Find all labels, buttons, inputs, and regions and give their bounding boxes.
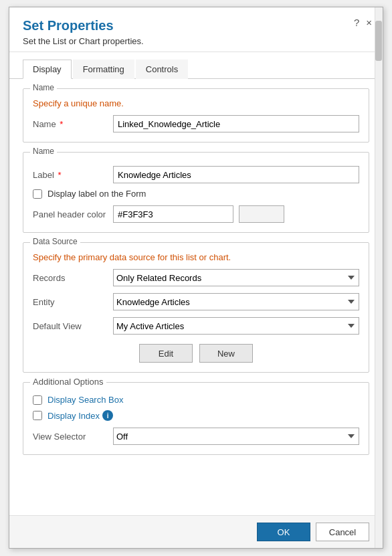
display-label-checkbox[interactable] — [33, 189, 42, 199]
panel-header-row: Panel header color — [33, 205, 359, 223]
entity-label: Entity — [33, 297, 113, 307]
entity-select[interactable]: Knowledge Articles — [113, 293, 359, 310]
panel-header-input[interactable] — [113, 205, 233, 223]
additional-options-legend: Additional Options — [30, 377, 106, 387]
display-index-info-icon[interactable]: i — [102, 410, 113, 421]
tab-formatting[interactable]: Formatting — [73, 60, 134, 79]
view-selector-label: View Selector — [33, 432, 113, 442]
entity-row: Entity Knowledge Articles — [33, 293, 359, 310]
display-label-row: Display label on the Form — [33, 189, 359, 199]
dialog-header: Set Properties Set the List or Chart pro… — [9, 7, 383, 52]
set-properties-dialog: Set Properties Set the List or Chart pro… — [9, 7, 383, 549]
name-label: Name * — [33, 119, 113, 129]
display-search-box-row: Display Search Box — [33, 395, 359, 405]
ok-button[interactable]: OK — [257, 523, 310, 541]
panel-header-color-preview[interactable] — [239, 205, 284, 223]
label-row: Label * — [33, 166, 359, 183]
label-label: Label * — [33, 170, 113, 180]
label-legend: Name — [30, 147, 57, 156]
records-select[interactable]: Only Related Records All Records — [113, 269, 359, 286]
additional-options-section: Additional Options Display Search Box Di… — [23, 382, 369, 455]
cancel-button[interactable]: Cancel — [316, 523, 369, 541]
display-index-label: Display Index — [47, 411, 100, 421]
display-search-box-checkbox[interactable] — [33, 395, 42, 405]
scrollbar[interactable] — [375, 7, 383, 548]
edit-button[interactable]: Edit — [139, 344, 193, 363]
new-button[interactable]: New — [199, 344, 253, 363]
default-view-label: Default View — [33, 321, 113, 331]
dialog-subtitle: Set the List or Chart properties. — [23, 36, 369, 46]
name-description: Specify a unique name. — [33, 98, 359, 108]
label-section: Name Label * Display label on the Form P… — [23, 152, 369, 233]
name-input[interactable] — [113, 115, 359, 132]
display-search-box-label: Display Search Box — [47, 395, 123, 405]
dialog-window-controls: ? × — [354, 17, 372, 28]
edit-new-buttons-row: Edit New — [33, 344, 359, 363]
dialog-body: Name Specify a unique name. Name * Name … — [9, 79, 383, 515]
dialog-footer: OK Cancel — [9, 515, 383, 548]
dialog-title: Set Properties — [23, 18, 369, 33]
display-label-text: Display label on the Form — [47, 189, 146, 199]
display-index-checkbox[interactable] — [33, 411, 42, 420]
label-required-indicator: * — [58, 170, 61, 180]
name-row: Name * — [33, 115, 359, 132]
records-label: Records — [33, 273, 113, 283]
data-source-description: Specify the primary data source for this… — [33, 252, 359, 262]
default-view-row: Default View My Active Articles Active A… — [33, 317, 359, 335]
name-legend: Name — [30, 83, 57, 92]
tabs-container: Display Formatting Controls — [9, 59, 383, 79]
display-index-row: Display Index i — [33, 410, 359, 421]
data-source-legend: Data Source — [30, 237, 80, 246]
view-selector-row: View Selector Off On — [33, 428, 359, 445]
name-required-indicator: * — [60, 119, 63, 129]
data-source-section: Data Source Specify the primary data sou… — [23, 242, 369, 373]
tab-controls[interactable]: Controls — [136, 60, 188, 79]
tab-display[interactable]: Display — [23, 60, 72, 79]
records-row: Records Only Related Records All Records — [33, 269, 359, 286]
help-button[interactable]: ? — [354, 17, 359, 28]
default-view-select[interactable]: My Active Articles Active Articles New — [113, 317, 359, 335]
close-button[interactable]: × — [366, 17, 372, 28]
scrollbar-thumb[interactable] — [375, 21, 382, 61]
view-selector-select[interactable]: Off On — [113, 428, 359, 445]
panel-header-label: Panel header color — [33, 209, 113, 219]
label-input[interactable] — [113, 166, 359, 183]
name-section: Name Specify a unique name. Name * — [23, 88, 369, 143]
